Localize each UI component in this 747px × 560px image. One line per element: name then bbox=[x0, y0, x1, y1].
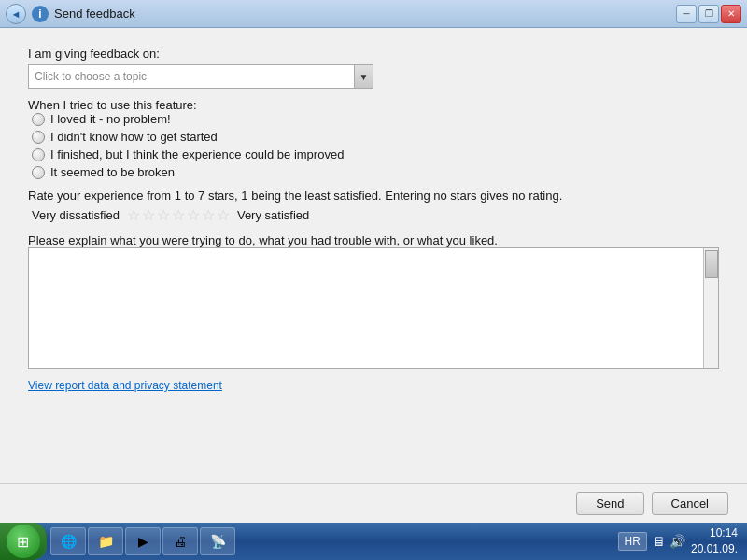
explain-section: Please explain what you were trying to d… bbox=[28, 233, 719, 369]
minimize-button[interactable]: ─ bbox=[676, 5, 697, 23]
when-section: When I tried to use this feature: I love… bbox=[28, 98, 719, 179]
very-dissatisfied-label: Very dissatisfied bbox=[32, 208, 120, 222]
star-rating[interactable]: ☆ ☆ ☆ ☆ ☆ ☆ ☆ bbox=[127, 206, 230, 224]
topic-dropdown[interactable]: Click to choose a topic ▼ bbox=[28, 64, 374, 89]
radio-label-broken: It seemed to be broken bbox=[50, 165, 175, 179]
system-icons: 🖥 🔊 bbox=[653, 534, 685, 549]
rating-description: Rate your experience from 1 to 7 stars, … bbox=[28, 189, 719, 203]
privacy-link[interactable]: View report data and privacy statement bbox=[28, 379, 222, 392]
dropdown-arrow-icon: ▼ bbox=[354, 65, 373, 88]
star-2[interactable]: ☆ bbox=[142, 206, 155, 224]
clock-date: 20.01.09. bbox=[691, 541, 738, 557]
taskbar-item-ie[interactable]: 🌐 bbox=[50, 527, 86, 555]
topic-section: I am giving feedback on: Click to choose… bbox=[28, 47, 719, 89]
clock-time: 10:14 bbox=[691, 525, 738, 541]
monitor-icon: 🖥 bbox=[653, 534, 666, 549]
radio-label-finished: I finished, but I think the experience c… bbox=[50, 147, 344, 161]
app-icon: i bbox=[32, 6, 49, 22]
close-button[interactable]: ✕ bbox=[721, 5, 741, 23]
window-controls: ─ ❐ ✕ bbox=[676, 5, 741, 23]
window-title: Send feedback bbox=[54, 7, 135, 21]
taskbar: ⊞ 🌐 📁 ▶ 🖨 📡 HR 🖥 🔊 10:14 20.01.09. bbox=[0, 523, 747, 560]
rating-stars-row: Very dissatisfied ☆ ☆ ☆ ☆ ☆ ☆ ☆ Very sat… bbox=[32, 206, 719, 224]
star-1[interactable]: ☆ bbox=[127, 206, 140, 224]
radio-label-didnt-know: I didn't know how to get started bbox=[50, 130, 218, 144]
network-icon: 📡 bbox=[208, 532, 227, 551]
rating-section: Rate your experience from 1 to 7 stars, … bbox=[28, 189, 719, 224]
radio-group: I loved it - no problem! I didn't know h… bbox=[32, 112, 719, 179]
language-indicator[interactable]: HR bbox=[618, 532, 647, 551]
radio-circle-icon bbox=[32, 148, 45, 161]
privacy-section: View report data and privacy statement bbox=[28, 378, 719, 392]
when-tried-label: When I tried to use this feature: bbox=[28, 98, 719, 112]
media-icon: ▶ bbox=[134, 532, 152, 551]
radio-didnt-know[interactable]: I didn't know how to get started bbox=[32, 130, 719, 144]
dialog-body: I am giving feedback on: Click to choose… bbox=[0, 28, 747, 483]
star-4[interactable]: ☆ bbox=[172, 206, 185, 224]
radio-circle-icon bbox=[32, 166, 45, 179]
topic-section-label: I am giving feedback on: bbox=[28, 47, 719, 61]
star-3[interactable]: ☆ bbox=[157, 206, 170, 224]
taskbar-item-printer[interactable]: 🖨 bbox=[162, 527, 198, 555]
scrollbar[interactable] bbox=[703, 248, 718, 368]
explain-label: Please explain what you were trying to d… bbox=[28, 233, 719, 247]
taskbar-right: HR 🖥 🔊 10:14 20.01.09. bbox=[609, 525, 747, 557]
radio-circle-icon bbox=[32, 113, 45, 126]
taskbar-item-network[interactable]: 📡 bbox=[200, 527, 235, 555]
taskbar-items: 🌐 📁 ▶ 🖨 📡 bbox=[47, 527, 609, 555]
feedback-textarea[interactable] bbox=[29, 248, 703, 368]
scrollbar-thumb[interactable] bbox=[705, 250, 718, 278]
feedback-textarea-container bbox=[28, 247, 719, 369]
radio-circle-icon bbox=[32, 131, 45, 144]
send-button[interactable]: Send bbox=[576, 492, 643, 515]
topic-dropdown-placeholder: Click to choose a topic bbox=[35, 70, 354, 83]
ie-icon: 🌐 bbox=[59, 532, 78, 551]
radio-loved-it[interactable]: I loved it - no problem! bbox=[32, 112, 719, 126]
star-6[interactable]: ☆ bbox=[202, 206, 215, 224]
volume-icon: 🔊 bbox=[669, 534, 685, 549]
star-7[interactable]: ☆ bbox=[217, 206, 230, 224]
radio-finished[interactable]: I finished, but I think the experience c… bbox=[32, 147, 719, 161]
cancel-button[interactable]: Cancel bbox=[652, 492, 728, 515]
radio-broken[interactable]: It seemed to be broken bbox=[32, 165, 719, 179]
start-orb-icon: ⊞ bbox=[7, 525, 40, 558]
taskbar-item-explorer[interactable]: 📁 bbox=[88, 527, 123, 555]
printer-icon: 🖨 bbox=[171, 532, 190, 551]
radio-label-loved-it: I loved it - no problem! bbox=[50, 112, 171, 126]
restore-button[interactable]: ❐ bbox=[698, 5, 719, 23]
back-button[interactable]: ◄ bbox=[6, 4, 26, 24]
start-button[interactable]: ⊞ bbox=[0, 523, 47, 560]
clock: 10:14 20.01.09. bbox=[691, 525, 738, 557]
title-bar-left: ◄ i Send feedback bbox=[6, 4, 676, 24]
star-5[interactable]: ☆ bbox=[187, 206, 200, 224]
explorer-icon: 📁 bbox=[96, 532, 115, 551]
dialog-footer: Send Cancel bbox=[0, 483, 747, 523]
title-bar: ◄ i Send feedback ─ ❐ ✕ bbox=[0, 0, 747, 28]
very-satisfied-label: Very satisfied bbox=[237, 208, 309, 222]
taskbar-item-media[interactable]: ▶ bbox=[125, 527, 161, 555]
